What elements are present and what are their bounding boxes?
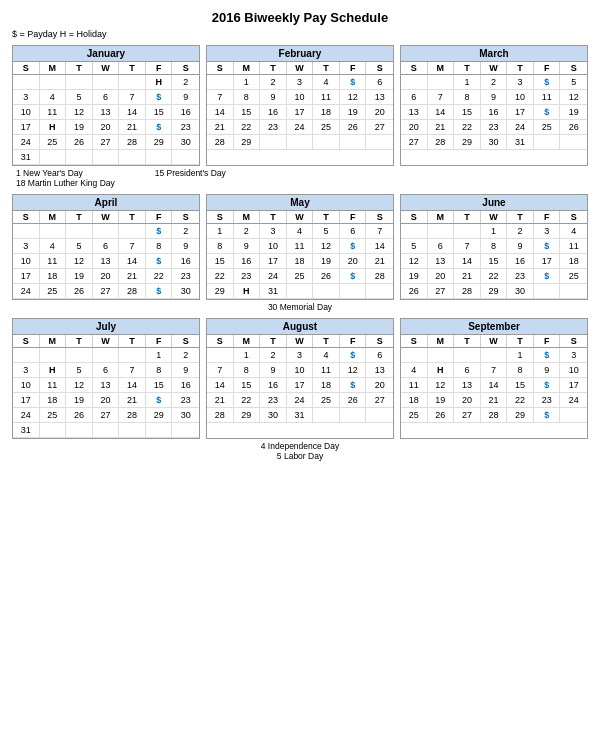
dow-label: T (507, 211, 534, 223)
dow-label: T (454, 62, 481, 74)
calendar-cell: 16 (507, 254, 534, 269)
calendar-header: April (13, 195, 199, 211)
calendar-cell: 12 (66, 378, 93, 393)
calendar-cell (93, 75, 120, 90)
calendar-cell: 29 (454, 135, 481, 150)
calendar-cell: 15 (146, 105, 173, 120)
calendar-cell: 20 (93, 269, 120, 284)
calendar-cell: 1 (507, 348, 534, 363)
calendar-cell: 17 (560, 378, 587, 393)
calendar-header: March (401, 46, 587, 62)
calendar-cell: 8 (234, 363, 261, 378)
calendar-cell: 12 (560, 90, 587, 105)
calendar-cell: 18 (313, 378, 340, 393)
dow-label: S (366, 211, 393, 223)
calendar-cell: H (146, 75, 173, 90)
calendar-cell: 3 (534, 224, 561, 239)
dow-label: F (534, 335, 561, 347)
calendar-header: August (207, 319, 393, 335)
calendar-cell: $ (340, 239, 367, 254)
calendar-cell: $ (340, 348, 367, 363)
calendar-cell: 2 (507, 224, 534, 239)
dow-label: T (507, 335, 534, 347)
calendar-cell: 29 (146, 408, 173, 423)
calendar-cell: 30 (507, 284, 534, 299)
dow-label: T (66, 62, 93, 74)
calendar-cell: 13 (93, 105, 120, 120)
calendar-cell: 28 (119, 284, 146, 299)
calendar-cell: 21 (119, 393, 146, 408)
dow-label: F (534, 211, 561, 223)
calendar-cell: H (40, 120, 67, 135)
calendar-cell (13, 224, 40, 239)
calendar-cell: $ (340, 75, 367, 90)
calendar-cell: 4 (401, 363, 428, 378)
dow-label: T (313, 335, 340, 347)
calendar-cell: 15 (234, 378, 261, 393)
calendar-cell: 9 (507, 239, 534, 254)
calendar-cell: 27 (366, 120, 393, 135)
calendar-cell: 24 (13, 408, 40, 423)
calendar-cell: 5 (66, 239, 93, 254)
dow-label: M (40, 62, 67, 74)
calendar-cell (454, 348, 481, 363)
calendar-cell: 19 (560, 105, 587, 120)
dow-label: S (172, 335, 199, 347)
calendar-header: June (401, 195, 587, 211)
dow-label: F (340, 211, 367, 223)
calendar-january: JanuarySMTWTFSH234567$91011121314151617H… (12, 45, 200, 166)
calendar-cell: 5 (313, 224, 340, 239)
calendar-cell: 18 (560, 254, 587, 269)
calendar-cell: 29 (234, 135, 261, 150)
calendar-header: September (401, 319, 587, 335)
calendar-cell: 22 (234, 393, 261, 408)
calendar-cell: 12 (401, 254, 428, 269)
dow-label: T (119, 335, 146, 347)
dow-label: F (340, 335, 367, 347)
calendar-cell: 9 (172, 239, 199, 254)
dow-label: S (207, 211, 234, 223)
calendar-cell: 13 (428, 254, 455, 269)
calendar-cell: 30 (172, 284, 199, 299)
calendar-cell (119, 423, 146, 438)
calendar-cell (40, 348, 67, 363)
calendar-cell: 5 (66, 90, 93, 105)
calendar-cell: 25 (534, 120, 561, 135)
calendar-cell: 17 (507, 105, 534, 120)
calendar-cell: 25 (313, 393, 340, 408)
dow-label: S (560, 335, 587, 347)
calendar-cell: 18 (401, 393, 428, 408)
calendar-cell (172, 423, 199, 438)
calendar-cell (40, 423, 67, 438)
calendar-cell: 21 (207, 120, 234, 135)
calendar-cell: $ (146, 393, 173, 408)
calendar-cell: 14 (119, 378, 146, 393)
calendar-header: May (207, 195, 393, 211)
calendar-cell: 19 (66, 393, 93, 408)
calendar-cell: 12 (428, 378, 455, 393)
dow-label: T (454, 335, 481, 347)
calendar-cell: 14 (366, 239, 393, 254)
calendar-cell: 28 (454, 284, 481, 299)
calendar-cell: 26 (428, 408, 455, 423)
calendar-cell: 8 (146, 363, 173, 378)
calendar-cell: 1 (454, 75, 481, 90)
calendar-cell: $ (534, 75, 561, 90)
calendar-cell: H (234, 284, 261, 299)
note-item: 5 Labor Day (12, 451, 588, 461)
calendar-cell: 6 (366, 75, 393, 90)
calendar-cell (146, 150, 173, 165)
calendar-cell: 13 (93, 378, 120, 393)
calendar-cell: 14 (119, 254, 146, 269)
calendar-cell (40, 224, 67, 239)
calendar-cell: 1 (481, 224, 508, 239)
calendar-cell (428, 75, 455, 90)
dow-label: M (428, 62, 455, 74)
calendar-cell: 17 (287, 105, 314, 120)
calendar-cell: 20 (93, 393, 120, 408)
calendar-cell: 14 (481, 378, 508, 393)
calendar-cell: 20 (93, 120, 120, 135)
calendar-cell: 14 (207, 105, 234, 120)
calendar-cell: 2 (234, 224, 261, 239)
calendar-cell: 25 (40, 284, 67, 299)
